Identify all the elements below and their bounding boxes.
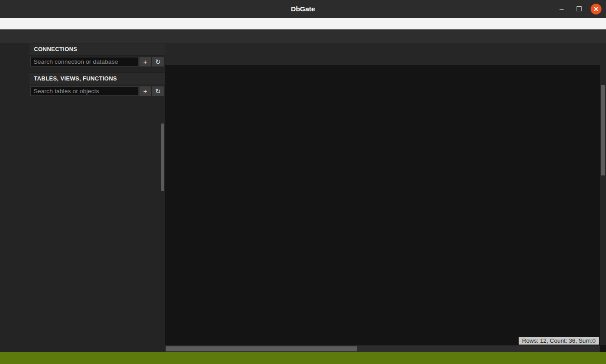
grid-vertical-scrollbar[interactable] — [600, 65, 606, 345]
selection-stats: Rows: 12, Count: 36, Sum:0 — [519, 337, 599, 345]
connections-refresh-button[interactable]: ↻ — [152, 57, 164, 66]
connections-search-row: + ↻ — [29, 56, 165, 68]
minimize-button[interactable]: – — [556, 4, 567, 14]
menu-bar — [0, 18, 606, 29]
tables-search-row: + ↻ — [29, 85, 165, 97]
scrollbar-thumb[interactable] — [166, 346, 357, 351]
tab-strip — [165, 43, 606, 65]
tables-add-button[interactable]: + — [139, 86, 151, 96]
window-title: DbGate — [291, 5, 315, 13]
data-grid: Rows: 12, Count: 36, Sum:0 — [165, 65, 606, 352]
title-bar: DbGate – ✕ — [0, 0, 606, 18]
tables-header: TABLES, VIEWS, FUNCTIONS — [29, 72, 165, 85]
tables-refresh-button[interactable]: ↻ — [152, 86, 164, 96]
icon-rail — [0, 43, 29, 352]
connections-header: CONNECTIONS — [29, 43, 165, 56]
toolbar — [0, 29, 606, 43]
window-controls: – ✕ — [556, 0, 601, 18]
maximize-icon — [577, 6, 582, 11]
connections-search-input[interactable] — [30, 57, 138, 66]
scrollbar-thumb[interactable] — [601, 85, 605, 175]
maximize-button[interactable] — [573, 4, 584, 14]
connections-list — [29, 68, 165, 72]
tables-tree — [29, 97, 165, 352]
tables-search-input[interactable] — [30, 86, 138, 96]
side-panel: CONNECTIONS + ↻ TABLES, VIEWS, FUNCTIONS… — [29, 43, 165, 352]
status-bar — [0, 352, 606, 364]
tables-scrollbar[interactable] — [161, 123, 164, 191]
grid-horizontal-scrollbar[interactable] — [165, 345, 600, 352]
connections-add-button[interactable]: + — [139, 57, 151, 66]
close-button[interactable]: ✕ — [591, 4, 601, 14]
